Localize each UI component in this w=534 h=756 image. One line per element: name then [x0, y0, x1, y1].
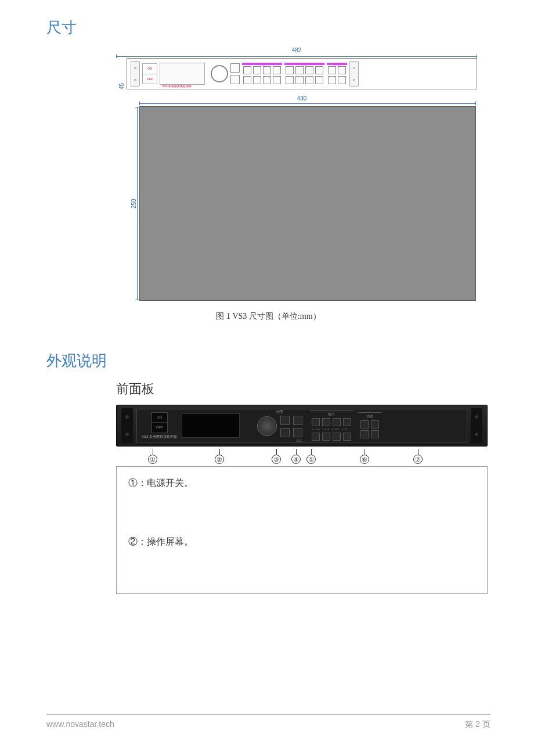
footer-url: www.novastar.tech — [46, 719, 114, 730]
dim-width-body: 430 — [128, 95, 476, 102]
callout-5: ⑤ — [306, 449, 316, 464]
callout-1: ① — [148, 449, 157, 464]
depth-diagram: 430 250 — [128, 95, 476, 301]
dim-height-front: 45 — [118, 58, 125, 89]
callout-7: ⑦ — [413, 449, 423, 464]
heading-front-panel: 前面板 — [116, 380, 490, 398]
dim-width-full: 482 — [116, 47, 477, 53]
top-view-box — [139, 106, 476, 301]
func-group-outline: 功能 — [327, 63, 347, 85]
photo-nav-esc — [293, 428, 302, 437]
photo-ear-left — [121, 408, 133, 443]
callout-4: ④ — [291, 449, 301, 464]
photo-func-group: 功能 — [358, 412, 381, 440]
photo-nav-down — [280, 428, 290, 437]
photo-model-label: VS3 多画面拼接处理器 — [142, 434, 177, 440]
nav-buttons-outline — [230, 63, 240, 84]
front-panel-photo: ON OFF VS3 多画面拼接处理器 画面 — [116, 405, 488, 466]
mounting-ear-right — [349, 61, 359, 87]
model-label-outline: VS3 多画面拼接处理器 — [162, 84, 192, 88]
heading-appearance: 外观说明 — [46, 351, 490, 371]
footer-page: 第 2 页 — [465, 719, 490, 730]
input-group-outline: 输入 — [284, 63, 324, 85]
callout-2: ② — [215, 449, 224, 464]
image-group-outline: 画面 — [242, 63, 282, 85]
photo-nav-up — [280, 416, 290, 425]
figure-caption-1: 图 1 VS3 尺寸图（单位:mm） — [46, 311, 490, 322]
photo-image-group: 画面 ESC — [255, 408, 305, 444]
front-panel-outline: ON OFF 画面 输入 功能 — [127, 58, 477, 89]
power-off-label: OFF — [143, 74, 157, 84]
callout-row: ① ② ③ ④ ⑤ ⑥ ⑦ — [116, 449, 488, 466]
photo-lcd — [182, 413, 240, 438]
description-box: ①：电源开关。 ②：操作屏幕。 — [116, 466, 488, 594]
desc-item-2: ②：操作屏幕。 — [128, 536, 475, 548]
knob-outline — [211, 65, 228, 82]
mounting-ear-left — [131, 61, 140, 87]
photo-power-switch: ON OFF — [151, 412, 168, 433]
heading-dimensions: 尺寸 — [46, 17, 490, 38]
photo-ear-right — [471, 408, 482, 443]
lcd-outline — [160, 63, 205, 85]
dimension-diagram: 482 45 ON OFF 画面 — [116, 47, 477, 89]
page-footer: www.novastar.tech 第 2 页 — [46, 714, 490, 730]
desc-item-1: ①：电源开关。 — [128, 477, 475, 489]
callout-3: ③ — [272, 449, 281, 464]
photo-input-group: 输入 1:CVBS2:VGA3:HDMI4:DVI — [309, 410, 353, 442]
photo-nav-enter — [293, 416, 302, 425]
callout-6: ⑥ — [360, 449, 369, 464]
power-on-label: ON — [143, 64, 157, 74]
photo-knob — [257, 416, 277, 436]
power-switch-outline: ON OFF — [142, 63, 157, 84]
